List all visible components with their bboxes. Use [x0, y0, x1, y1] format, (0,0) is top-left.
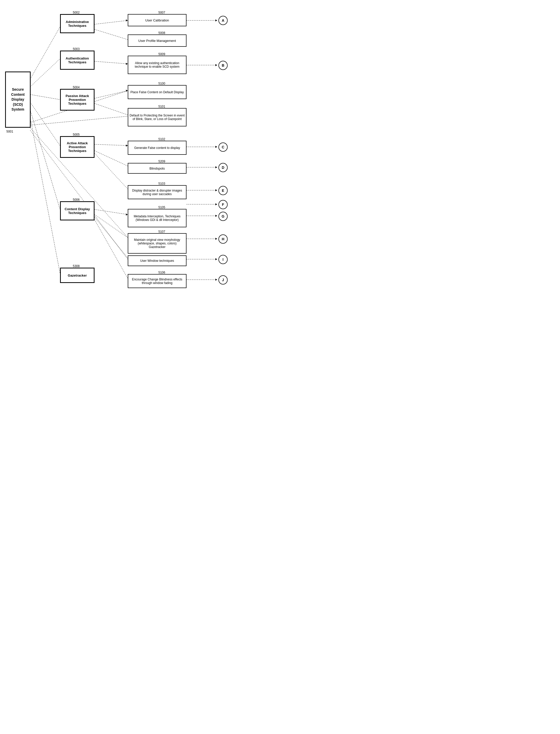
node-place-false-content: Place False Content on Default Display [128, 85, 186, 99]
circle-J: J [218, 275, 228, 285]
node-active-attack: Active Attack Prevention Techniques [60, 136, 95, 158]
label-generate-false: Generate False content to display [134, 146, 180, 150]
circle-C: C [218, 143, 228, 152]
label-metadata: Metadata Interception, Techniques (Windo… [130, 215, 185, 222]
circle-G-label: G [222, 214, 225, 218]
node-display-distracter: Display distracter & disrupter images du… [128, 185, 186, 199]
circle-B: B [218, 61, 228, 70]
node-passive-attack: Passive Attack Prevention Techniques [60, 89, 95, 111]
node-default-protect: Default to Protecting the Screen in even… [128, 108, 186, 126]
ref-5308: 5308 [73, 264, 80, 268]
ref-5103: 5103 [158, 182, 165, 185]
main-scd-node: Secure Content Display (SCD) System [5, 72, 31, 128]
ref-5107: 5107 [158, 230, 165, 234]
svg-marker-32 [215, 189, 217, 191]
circle-D: D [218, 163, 228, 172]
svg-line-5 [30, 118, 60, 273]
circle-A-label: A [222, 18, 224, 22]
node-metadata: Metadata Interception, Techniques (Windo… [128, 209, 186, 227]
label-place-false-content: Place False Content on Default Display [131, 90, 184, 94]
node-blindspots: Blindspots [128, 163, 186, 174]
node-allow-auth: Allow any existing authentication techni… [128, 56, 186, 74]
ref-5003: 5003 [73, 47, 80, 51]
node-user-profile: User Profile Management [128, 34, 186, 47]
circle-H-label: H [222, 237, 224, 241]
label-content-display: Content Display Techniques [65, 207, 90, 215]
svg-line-18 [95, 210, 128, 215]
svg-marker-28 [215, 146, 217, 148]
svg-line-6 [95, 20, 128, 24]
label-change-blindness: Encourage Change Blindness effects throu… [130, 278, 185, 285]
node-authentication-techniques: Authentication Techniques [60, 51, 95, 70]
node-generate-false: Generate False content to display [128, 141, 186, 155]
circle-E-label: E [222, 189, 224, 193]
svg-line-16 [95, 151, 128, 166]
circle-F-label: F [222, 203, 224, 207]
circle-H: H [218, 235, 228, 244]
label-display-distracter: Display distracter & disrupter images du… [130, 189, 185, 196]
svg-marker-36 [215, 215, 217, 217]
node-administrative-techniques: Administrative Techniques [60, 14, 95, 33]
main-scd-label: Secure Content Display (SCD) System [11, 87, 25, 112]
label-gazetracker: Gazetracker [68, 274, 87, 277]
label-blindspots: Blindspots [149, 167, 165, 170]
svg-line-17 [95, 153, 128, 189]
ref-5106: 5106 [158, 271, 165, 274]
svg-marker-15 [126, 145, 128, 147]
svg-marker-26 [215, 64, 217, 66]
circle-D-label: D [222, 166, 224, 170]
label-user-profile: User Profile Management [138, 39, 176, 43]
circle-E: E [218, 186, 228, 195]
svg-line-44 [30, 116, 128, 125]
ref-5008: 5008 [158, 31, 165, 35]
label-authentication: Authentication Techniques [66, 56, 89, 64]
svg-line-8 [95, 29, 128, 40]
svg-marker-34 [215, 203, 217, 205]
ref-5004: 5004 [73, 86, 80, 89]
svg-line-3 [30, 102, 60, 146]
node-content-display: Content Display Techniques [60, 201, 95, 221]
circle-A: A [218, 16, 228, 25]
svg-marker-10 [126, 63, 128, 65]
node-maintain-morphology: Maintain original view morphology (white… [128, 233, 186, 254]
circle-I-label: I [223, 258, 224, 262]
svg-line-4 [30, 110, 60, 210]
label-default-protect: Default to Protecting the Screen in even… [130, 114, 185, 121]
svg-line-20 [95, 215, 128, 238]
circle-B-label: B [222, 63, 224, 67]
label-allow-auth: Allow any existing authentication techni… [130, 61, 185, 68]
svg-marker-12 [126, 90, 128, 92]
svg-line-1 [30, 59, 60, 87]
connector-lines [0, 0, 235, 307]
svg-line-2 [30, 95, 60, 100]
node-user-window: User Window techniques [128, 256, 186, 266]
svg-line-13 [95, 103, 128, 115]
label-active-attack: Active Attack Prevention Techniques [67, 141, 88, 153]
label-administrative: Administrative Techniques [66, 20, 89, 28]
svg-line-14 [95, 144, 128, 146]
circle-J-label: J [222, 278, 224, 282]
label-passive-attack: Passive Attack Prevention Techniques [66, 94, 89, 106]
ref-5005: 5005 [73, 133, 80, 136]
svg-marker-42 [215, 279, 217, 281]
node-change-blindness: Encourage Change Blindness effects throu… [128, 274, 186, 288]
ref-5006: 5006 [73, 198, 80, 202]
ref-5001: 5001 [6, 130, 13, 133]
node-user-calibration: User Calibration [128, 14, 186, 26]
svg-marker-19 [126, 214, 128, 216]
svg-line-21 [95, 217, 128, 258]
circle-C-label: C [222, 145, 224, 149]
ref-5209: 5209 [158, 160, 165, 163]
diagram: Secure Content Display (SCD) System 5001… [0, 0, 235, 307]
ref-5002: 5002 [73, 11, 80, 14]
ref-5102: 5102 [158, 137, 165, 141]
label-user-calibration: User Calibration [145, 18, 169, 22]
ref-5100: 5100 [158, 82, 165, 85]
circle-F: F [218, 200, 228, 209]
node-gazetracker: Gazetracker [60, 268, 95, 283]
svg-marker-30 [215, 166, 217, 168]
label-user-window: User Window techniques [140, 259, 174, 263]
svg-line-11 [95, 91, 128, 98]
svg-line-22 [95, 220, 128, 279]
circle-G: G [218, 212, 228, 221]
